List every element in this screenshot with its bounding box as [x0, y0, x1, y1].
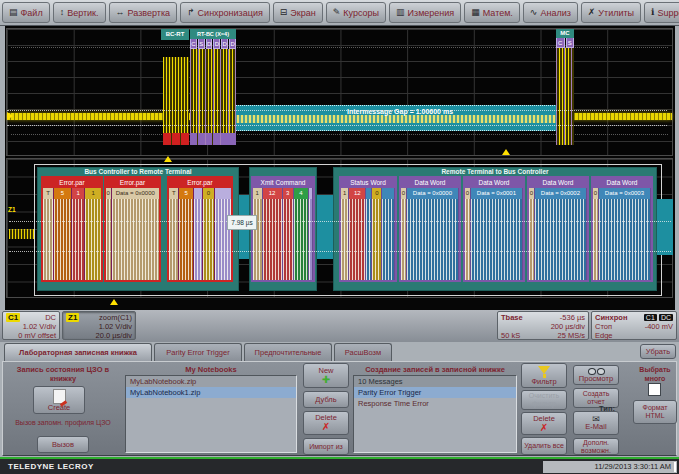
more-options-button[interactable]: Дополн. возможн.	[573, 438, 619, 455]
entries-count-header: 10 Messages	[354, 376, 516, 387]
channel1-tag: C1	[6, 313, 20, 322]
decode-field: 1	[253, 188, 262, 199]
decode-field: 3	[283, 188, 293, 199]
tab-parity-error-trigger[interactable]: Parity Error Trigger	[154, 343, 242, 361]
close-dialog-button[interactable]: Убрать	[640, 344, 676, 359]
duplicate-notebook-button[interactable]: Дубль	[303, 391, 349, 408]
menu-item-label: Матем.	[483, 8, 513, 18]
menu-item-9[interactable]: ✗Утилиты	[581, 2, 641, 23]
delete-x-icon: ✗	[322, 422, 330, 432]
new-notebook-button[interactable]: New ✚	[303, 363, 349, 388]
decode-segment: D	[229, 39, 236, 49]
menu-item-1[interactable]: ↕Вертик.	[53, 2, 106, 23]
notebook-list-item[interactable]: MyLabNotebook1.zip	[126, 387, 296, 398]
decode-title: Error.par	[43, 178, 101, 188]
entries-list[interactable]: 10 MessagesParity Error TriggerResponse …	[353, 375, 517, 453]
decode-block-xmit: Xmit Command 1 12 3 4	[251, 176, 315, 282]
menu-item-label: Утилиты	[598, 8, 634, 18]
mc-message-label: MC	[556, 29, 574, 38]
descriptor-strip: C1 DC 1.02 V/div 0 mV offset Z1 zoom(C1)…	[0, 310, 679, 342]
channel1-offset: 0 mV offset	[18, 331, 56, 340]
display-icon: ⊟	[280, 8, 288, 17]
tab-advanced[interactable]: РасшВозм	[334, 343, 392, 361]
decode-field-blank	[194, 188, 202, 199]
menu-item-6[interactable]: ▥Измерения	[389, 2, 461, 23]
create-button[interactable]: Create	[33, 386, 85, 414]
notebooks-list[interactable]: MyLabNotebook.zipMyLabNotebook1.zip	[125, 375, 297, 453]
tab-preferences[interactable]: Предпочтительные	[244, 343, 332, 361]
entry-list-item[interactable]: Parity Error Trigger	[354, 387, 516, 398]
timebase-delay: -536 µs	[560, 313, 585, 322]
zoom1-descriptor[interactable]: Z1 zoom(C1) 1.02 V/div 20.0 µs/div	[62, 311, 136, 340]
cursor-line	[7, 110, 667, 111]
tab-lab-notebook[interactable]: Лабораторная записная книжка	[4, 343, 152, 361]
rt-bc-bottom-segments	[190, 133, 236, 145]
decode-segment: S	[198, 39, 205, 49]
import-notebook-button[interactable]: Импорт из	[303, 438, 349, 455]
channel1-descriptor[interactable]: C1 DC 1.02 V/div 0 mV offset	[2, 311, 60, 340]
file-icon: ▤	[9, 8, 18, 17]
decode-segment: D	[221, 39, 228, 49]
trigger-descriptor[interactable]: Синхрон C1 DC Стоп -400 mV Edge	[591, 311, 677, 340]
lab-notebook-panel: Запись состояния ЦЗО в книжку Create Выз…	[2, 361, 677, 456]
menu-item-2[interactable]: ↔Развертка	[109, 2, 178, 23]
delete-all-button[interactable]: Удалить все	[521, 437, 567, 455]
decode-title: Data Word	[529, 178, 587, 188]
menu-item-label: Файл	[21, 8, 43, 18]
email-button[interactable]: ✉ E-Mail	[573, 411, 619, 435]
recall-button[interactable]: Вызов	[37, 436, 89, 453]
decode-block-data-1: Data Word 0 Data = 0x0000	[399, 176, 461, 282]
menu-item-4[interactable]: ⊟Экран	[273, 2, 323, 23]
menu-item-5[interactable]: ✎Курсоры	[326, 2, 386, 23]
menu-item-3[interactable]: ↱Синхронизация	[180, 2, 270, 23]
trigger-source: C1	[644, 314, 657, 321]
menu-item-label: Измерения	[408, 8, 455, 18]
menu-item-10[interactable]: ℹSupport	[644, 2, 679, 23]
decode-block-error-3: Error.par T 5 0	[167, 176, 233, 282]
zoom-position-marker[interactable]	[164, 156, 172, 162]
select-many-checkbox[interactable]	[648, 383, 661, 396]
cursor-line	[7, 125, 667, 126]
preview-button[interactable]: Просмотр	[573, 365, 619, 385]
zoom-grid-marker[interactable]	[110, 299, 118, 305]
trigger-level-marker[interactable]	[7, 112, 13, 120]
cursor-line	[9, 251, 671, 252]
funnel-icon	[538, 366, 550, 374]
decode-field: Data = 0x0002	[535, 188, 586, 199]
decode-field: T	[43, 188, 53, 199]
channel1-coupling: DC	[45, 313, 56, 322]
entry-list-item[interactable]: Response Time Error	[354, 398, 516, 409]
filter-button[interactable]: Фильтр	[521, 363, 567, 388]
clear-filter-button[interactable]: Очистить фильтр	[521, 390, 567, 410]
preview-label: Просмотр	[579, 375, 613, 383]
decode-block-data-3: Data Word 0 Data = 0x0002	[527, 176, 589, 282]
delete-entry-button[interactable]: Delete ✗	[521, 412, 567, 435]
menu-item-8[interactable]: ∿Анализ	[523, 2, 578, 23]
clear-filter-label: Очистить фильтр	[523, 392, 565, 408]
menu-item-0[interactable]: ▤Файл	[2, 2, 50, 23]
z1-trace-marker[interactable]: Z1	[8, 206, 16, 213]
mc-word-segments: CS	[556, 38, 574, 48]
create-button-label: Create	[48, 404, 71, 412]
decode-title: Xmit Command	[253, 178, 313, 188]
more-options-label: Дополн. возможн.	[575, 439, 617, 455]
status-bar: TELEDYNE LECROY 11/29/2013 3:30:11 AM	[0, 459, 679, 474]
delete-notebook-button[interactable]: Delete ✗	[303, 411, 349, 435]
select-many-label: Выбрать много	[633, 365, 677, 383]
menu-item-label: Курсоры	[343, 8, 379, 18]
menu-item-label: Синхронизация	[198, 8, 263, 18]
notebook-list-item[interactable]: MyLabNotebook.zip	[126, 376, 296, 387]
timebase-tdiv: 200 µs/div	[551, 322, 585, 331]
decode-field-blank	[309, 188, 312, 199]
zoom-grid: Z1 Bus Controller to Remote Terminal Err…	[6, 158, 673, 298]
menu-item-label: Support	[658, 8, 679, 18]
format-html-button[interactable]: Формат HTML	[633, 400, 677, 424]
menu-item-label: Анализ	[540, 8, 570, 18]
menu-item-7[interactable]: ▦Матем.	[464, 2, 520, 23]
bc-rt-error-segments	[163, 133, 189, 145]
timebase-descriptor[interactable]: Tbase -536 µs 200 µs/div 50 kS 25 MS/s	[497, 311, 589, 340]
trigger-position-marker[interactable]	[502, 149, 510, 155]
time-gap-annotation: 7.98 µs	[227, 215, 257, 230]
decode-field: 0	[106, 188, 111, 199]
bus-direction-header-left: Bus Controller to Remote Terminal	[37, 167, 239, 176]
